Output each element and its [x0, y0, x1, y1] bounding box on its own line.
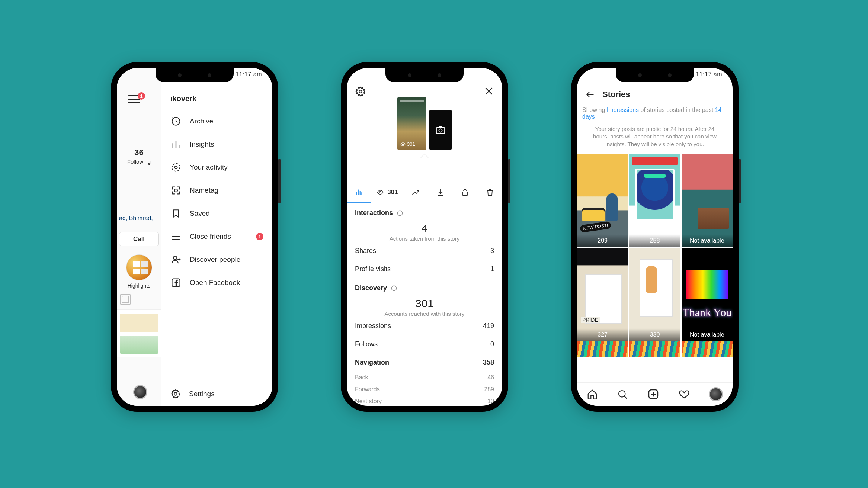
- insights-top: 301: [347, 68, 502, 182]
- phone-stories-archive: 11:17 am Stories Showing Impressions of …: [571, 62, 739, 412]
- settings-label: Settings: [189, 390, 215, 398]
- section-discovery: Discovery 301 Accounts reached with this…: [347, 278, 502, 406]
- tile-metric: 330: [629, 328, 680, 341]
- menu-label: Saved: [190, 209, 210, 218]
- story-tile[interactable]: 330: [629, 248, 680, 341]
- selected-pointer: [420, 154, 429, 159]
- menu-discover-people[interactable]: Discover people: [161, 248, 272, 271]
- story-thumbnail-selected[interactable]: 301: [397, 97, 426, 150]
- menu-open-facebook[interactable]: Open Facebook: [161, 271, 272, 294]
- metric-value: 3: [490, 247, 494, 255]
- action-download[interactable]: [428, 182, 453, 203]
- insights-action-bar: 301: [347, 182, 502, 203]
- story-tile[interactable]: [682, 341, 733, 357]
- svg-point-7: [173, 256, 177, 260]
- story-view-count: 301: [400, 141, 415, 147]
- svg-point-18: [619, 391, 625, 397]
- action-share[interactable]: [453, 182, 477, 203]
- info-icon[interactable]: [391, 285, 397, 292]
- story-highlight[interactable]: Highlights: [117, 254, 161, 289]
- metric-value: 10: [487, 398, 494, 405]
- tab-views[interactable]: 301: [371, 182, 403, 203]
- svg-point-4: [172, 234, 172, 234]
- menu-settings[interactable]: Settings: [161, 382, 272, 406]
- profile-background-panel: 1 36 Following ad, Bhimrad, Call Highlig…: [117, 68, 161, 406]
- menu-archive[interactable]: Archive: [161, 110, 272, 133]
- metric-value: 46: [487, 374, 494, 381]
- status-time: 11:17 am: [696, 71, 722, 78]
- phone-notch: [156, 68, 234, 82]
- phone-notch: [616, 68, 694, 82]
- tile-metric: 258: [629, 234, 680, 247]
- story-tile[interactable]: [629, 341, 680, 357]
- section-interactions: Interactions 4 Actions taken from this s…: [347, 203, 502, 278]
- filter-description: Showing Impressions of stories posted in…: [577, 107, 733, 122]
- bar-chart-icon: [355, 188, 363, 196]
- menu-close-friends[interactable]: Close friends 1: [161, 225, 272, 248]
- plus-square-icon: [647, 388, 659, 400]
- stories-visibility-note: Your story posts are public for 24 hours…: [577, 122, 733, 154]
- trash-icon: [486, 188, 494, 197]
- story-tile[interactable]: Not available: [682, 154, 733, 247]
- nav-profile-avatar[interactable]: [709, 387, 723, 401]
- menu-nametag[interactable]: Nametag: [161, 179, 272, 202]
- menu-your-activity[interactable]: Your activity: [161, 156, 272, 179]
- menu-saved[interactable]: Saved: [161, 202, 272, 225]
- following-stat[interactable]: 36 Following: [117, 148, 161, 165]
- bottom-nav-avatar[interactable]: [133, 385, 147, 399]
- menu-label: Insights: [190, 140, 214, 148]
- interactions-title: Interactions: [355, 209, 393, 217]
- metric-label: Forwards: [355, 386, 380, 393]
- close-icon[interactable]: [484, 86, 494, 96]
- bio-location[interactable]: ad, Bhimrad,: [117, 215, 161, 222]
- story-tile[interactable]: PRIDE 327: [577, 248, 628, 341]
- call-button[interactable]: Call: [119, 232, 159, 246]
- menu-label: Archive: [190, 117, 213, 125]
- insights-icon: [170, 139, 182, 150]
- settings-icon[interactable]: [355, 86, 366, 97]
- metric-label: Shares: [355, 247, 376, 255]
- svg-point-10: [359, 90, 362, 93]
- interactions-count: 4: [355, 222, 494, 235]
- menu-label: Discover people: [190, 256, 240, 264]
- share-icon: [461, 188, 470, 197]
- stories-grid: NEW POST! 209 258 Not available PRIDE 32…: [577, 154, 733, 341]
- highlight-cover: [126, 254, 152, 280]
- metric-value: 358: [483, 359, 494, 366]
- story-tile[interactable]: 258: [629, 154, 680, 247]
- screen: 11:17 am 1 36 Following ad, Bhimrad, Cal…: [117, 68, 272, 406]
- menu-badge: 1: [138, 92, 145, 100]
- metric-label: Impressions: [355, 322, 391, 330]
- story-tile[interactable]: NEW POST! 209: [577, 154, 628, 247]
- action-delete[interactable]: [478, 182, 502, 203]
- story-tile[interactable]: [577, 341, 628, 357]
- info-icon[interactable]: [397, 210, 403, 216]
- promote-icon: [411, 188, 420, 197]
- menu-insights[interactable]: Insights: [161, 133, 272, 156]
- post-thumbnail[interactable]: [117, 309, 161, 357]
- svg-point-5: [172, 236, 172, 237]
- metric-value: 419: [483, 322, 494, 330]
- discovery-subtitle: Accounts reached with this story: [355, 311, 494, 317]
- interactions-subtitle: Actions taken from this story: [355, 235, 494, 242]
- tagged-tab-icon[interactable]: [120, 294, 131, 305]
- activity-icon: [170, 162, 182, 173]
- username: ikoverk: [161, 89, 272, 110]
- page-title: Stories: [602, 90, 630, 99]
- metric-value: 289: [484, 386, 494, 393]
- tab-insights[interactable]: [347, 182, 371, 203]
- nav-search[interactable]: [617, 389, 628, 400]
- nav-home[interactable]: [587, 389, 598, 400]
- back-icon[interactable]: [585, 90, 595, 99]
- menu-button[interactable]: 1: [128, 95, 161, 103]
- nav-activity[interactable]: [679, 389, 690, 400]
- add-story-thumbnail[interactable]: [429, 110, 452, 150]
- row-nav-forwards: Forwards 289: [355, 383, 494, 395]
- action-promote[interactable]: [404, 182, 428, 203]
- filter-metric-link[interactable]: Impressions: [607, 107, 639, 113]
- saved-icon: [170, 208, 182, 219]
- nametag-icon: [170, 185, 182, 196]
- discovery-count: 301: [355, 297, 494, 310]
- story-tile[interactable]: Thank You Not available: [682, 248, 733, 341]
- nav-create[interactable]: [647, 388, 659, 400]
